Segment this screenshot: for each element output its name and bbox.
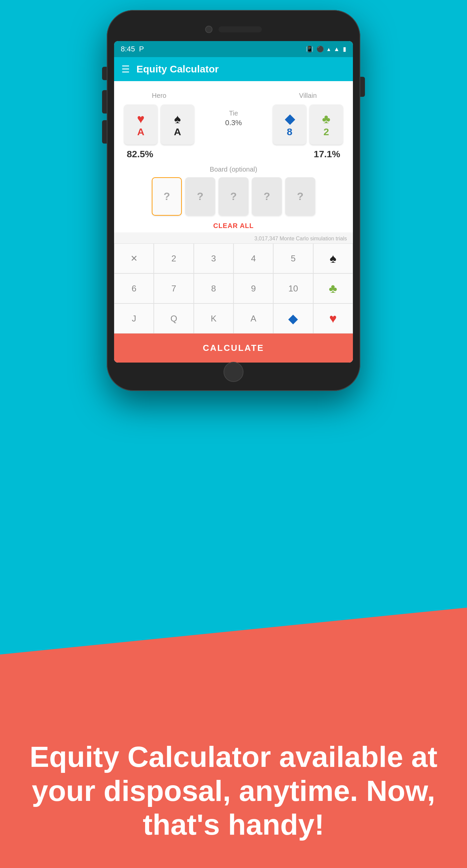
board-card-5[interactable]: ?	[285, 177, 315, 216]
power-button	[360, 77, 365, 97]
status-bar: 8:45 P 📳 ⚫ ▴ ▲ ▮	[114, 41, 353, 57]
villain-group: Villain ◆ 8 ♣ 2	[273, 92, 343, 145]
board-card-1[interactable]: ?	[152, 177, 182, 216]
key-6[interactable]: 6	[114, 273, 154, 304]
hero-card-1-rank: A	[137, 126, 144, 137]
volume-silent-button	[102, 67, 107, 80]
tie-label: Tie	[229, 110, 238, 117]
key-x[interactable]: ✕	[114, 243, 154, 273]
hero-label: Hero	[152, 92, 166, 99]
earpiece-speaker	[219, 26, 262, 32]
key-diamond[interactable]: ◆	[273, 304, 313, 334]
villain-card-2[interactable]: ♣ 2	[309, 104, 343, 145]
hero-card-1[interactable]: ♥ A	[124, 104, 158, 145]
phone-top-bezel	[114, 20, 353, 38]
phone-bottom-bezel	[114, 363, 353, 381]
app-indicator: P	[139, 45, 144, 54]
phone-device: 8:45 P 📳 ⚫ ▴ ▲ ▮ ☰ Equity Calculator	[107, 10, 360, 391]
home-button[interactable]	[224, 362, 243, 382]
minus-circle-icon: ⚫	[316, 45, 324, 53]
tie-section: Tie 0.3%	[225, 110, 242, 127]
board-card-2[interactable]: ?	[185, 177, 215, 216]
clear-all-button[interactable]: CLEAR ALL	[121, 217, 346, 232]
keypad-grid: ✕ 2 3 4 5 ♠ 6 7 8 9 10	[114, 243, 353, 334]
board-card-3[interactable]: ?	[219, 177, 248, 216]
key-10[interactable]: 10	[273, 273, 313, 304]
club-suit-icon: ♣	[322, 112, 331, 126]
hero-equity: 82.5%	[127, 149, 153, 160]
volume-down-button	[102, 120, 107, 144]
main-content: Hero ♥ A ♠ A	[114, 81, 353, 232]
key-a[interactable]: A	[234, 304, 273, 334]
menu-icon[interactable]: ☰	[122, 64, 129, 75]
key-j[interactable]: J	[114, 304, 154, 334]
volume-up-button	[102, 90, 107, 114]
hero-group: Hero ♥ A ♠ A	[124, 92, 194, 145]
hero-card-2[interactable]: ♠ A	[161, 104, 194, 145]
key-2[interactable]: 2	[154, 243, 194, 273]
key-k[interactable]: K	[194, 304, 234, 334]
board-cards: ? ? ? ? ?	[124, 177, 343, 216]
key-5[interactable]: 5	[273, 243, 313, 273]
equity-row: 82.5% 17.1%	[121, 146, 346, 162]
key-3[interactable]: 3	[194, 243, 234, 273]
battery-icon: ▮	[343, 45, 346, 53]
spade-suit-icon: ♠	[174, 112, 181, 126]
key-8[interactable]: 8	[194, 273, 234, 304]
app-bar: ☰ Equity Calculator	[114, 57, 353, 81]
app-title: Equity Calculator	[136, 63, 219, 75]
status-left: 8:45 P	[121, 45, 144, 54]
villain-card-2-rank: 2	[324, 126, 329, 137]
key-heart[interactable]: ♥	[313, 304, 353, 334]
status-right: 📳 ⚫ ▴ ▲ ▮	[306, 45, 346, 53]
villain-equity: 17.1%	[314, 149, 340, 160]
hero-card-2-rank: A	[174, 126, 181, 137]
cards-section: Hero ♥ A ♠ A	[121, 89, 346, 146]
hero-cards: ♥ A ♠ A	[124, 104, 194, 145]
phone-screen: 8:45 P 📳 ⚫ ▴ ▲ ▮ ☰ Equity Calculator	[114, 41, 353, 363]
simulation-info: 3,017,347 Monte Carlo simulation trials	[114, 232, 353, 243]
wifi-icon: ▴	[327, 45, 330, 53]
key-4[interactable]: 4	[234, 243, 273, 273]
villain-label: Villain	[299, 92, 317, 99]
front-camera	[205, 26, 212, 33]
keypad-area: 3,017,347 Monte Carlo simulation trials …	[114, 232, 353, 363]
board-card-4[interactable]: ?	[252, 177, 282, 216]
clock-display: 8:45	[121, 45, 135, 54]
board-label: Board (optional)	[124, 165, 343, 173]
key-7[interactable]: 7	[154, 273, 194, 304]
key-q[interactable]: Q	[154, 304, 194, 334]
promo-text: Equity Calculator available at your disp…	[0, 740, 467, 841]
key-9[interactable]: 9	[234, 273, 273, 304]
villain-cards: ◆ 8 ♣ 2	[273, 104, 343, 145]
vibrate-icon: 📳	[306, 45, 313, 53]
key-spade[interactable]: ♠	[313, 243, 353, 273]
key-club[interactable]: ♣	[313, 273, 353, 304]
board-section: Board (optional) ? ? ? ? ?	[121, 162, 346, 217]
heart-suit-icon: ♥	[137, 112, 145, 126]
villain-card-1-rank: 8	[287, 126, 293, 137]
phone-shell: 8:45 P 📳 ⚫ ▴ ▲ ▮ ☰ Equity Calculator	[107, 10, 360, 391]
tie-value: 0.3%	[225, 119, 242, 127]
signal-icon: ▲	[334, 46, 340, 53]
diamond-suit-icon: ◆	[285, 112, 295, 126]
villain-card-1[interactable]: ◆ 8	[273, 104, 306, 145]
calculate-button[interactable]: CALCULATE	[114, 334, 353, 363]
